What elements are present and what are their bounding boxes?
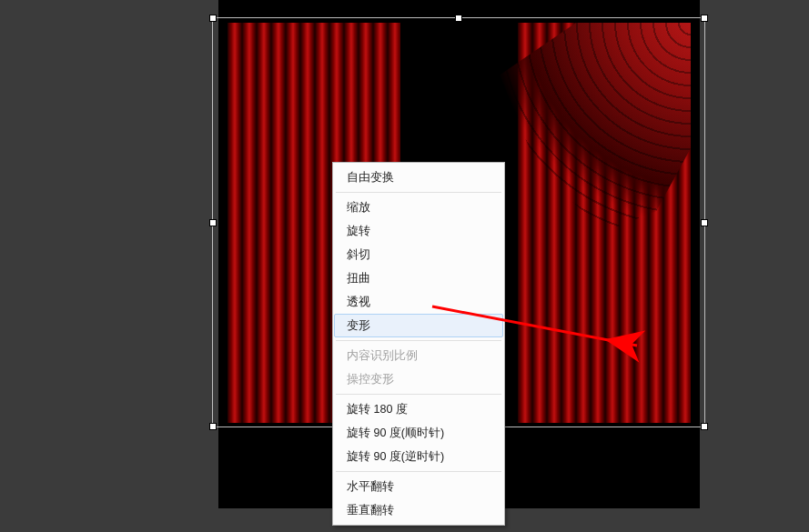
transform-handle-ne[interactable] [701,15,708,22]
menu-item-scale[interactable]: 缩放 [334,196,503,219]
transform-handle-w[interactable] [209,219,217,226]
menu-item-free-transform[interactable]: 自由变换 [334,166,503,189]
menu-item-content-aware-scale: 内容识别比例 [334,344,503,367]
menu-item-skew[interactable]: 斜切 [334,243,503,266]
menu-item-distort[interactable]: 扭曲 [334,266,503,290]
menu-item-rotate-180[interactable]: 旋转 180 度 [334,397,503,421]
transform-context-menu: 自由变换 缩放 旋转 斜切 扭曲 透视 变形 内容识别比例 操控变形 旋转 18… [332,162,505,526]
menu-separator [336,471,501,472]
menu-item-flip-vertical[interactable]: 垂直翻转 [334,498,503,522]
menu-item-rotate-90-cw[interactable]: 旋转 90 度(顺时针) [334,421,503,445]
transform-handle-nw[interactable] [209,15,217,22]
menu-item-puppet-warp: 操控变形 [334,367,503,391]
menu-item-flip-horizontal[interactable]: 水平翻转 [334,475,503,498]
menu-item-perspective[interactable]: 透视 [334,290,503,314]
menu-separator [336,394,501,395]
menu-item-rotate-90-ccw[interactable]: 旋转 90 度(逆时针) [334,445,503,468]
menu-item-rotate[interactable]: 旋转 [334,219,503,243]
transform-handle-n[interactable] [455,15,462,22]
menu-separator [336,192,501,193]
transform-handle-sw[interactable] [209,423,217,430]
transform-handle-se[interactable] [701,423,708,430]
transform-handle-e[interactable] [701,219,708,226]
menu-item-warp[interactable]: 变形 [334,314,503,337]
menu-separator [336,340,501,341]
